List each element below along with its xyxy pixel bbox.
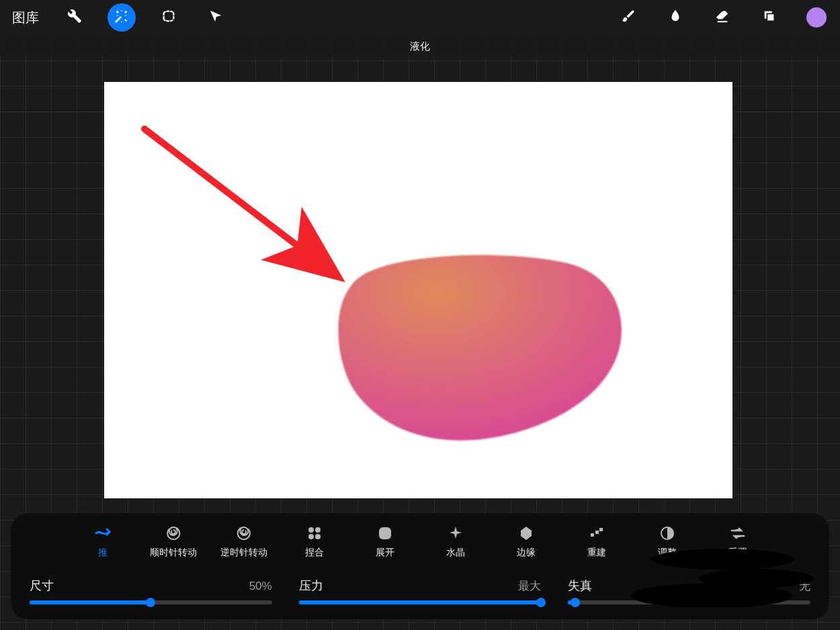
mode-title: 液化	[0, 35, 840, 58]
svg-point-3	[308, 534, 314, 539]
slider-name: 压力	[299, 578, 323, 594]
layers-icon	[762, 9, 777, 26]
spiral-cw-icon	[165, 525, 181, 541]
slider-pressure[interactable]: 压力 最大	[299, 578, 542, 604]
svg-point-1	[308, 527, 314, 533]
svg-rect-5	[379, 527, 391, 539]
layers-button[interactable]	[755, 3, 784, 32]
slider-value: 无	[799, 578, 810, 594]
svg-point-2	[315, 527, 321, 533]
liquify-tool-twirl-ccw[interactable]: 逆时针转动	[208, 525, 279, 559]
wrench-icon	[67, 9, 82, 26]
edge-icon	[518, 525, 534, 541]
color-button[interactable]	[802, 3, 831, 32]
adjust-icon	[659, 525, 675, 541]
liquify-tool-crystal[interactable]: 水晶	[420, 525, 491, 559]
svg-rect-7	[595, 531, 599, 534]
slider-name: 失真	[568, 578, 592, 594]
liquify-tool-twirl-cw[interactable]: 顺时针转动	[138, 525, 208, 559]
push-icon	[95, 525, 111, 541]
liquify-tool-push[interactable]: 推	[67, 525, 138, 559]
eraser-button[interactable]	[708, 3, 737, 32]
brush-button[interactable]	[614, 3, 642, 32]
tool-label: 边缘	[517, 547, 536, 559]
slider-track[interactable]	[30, 600, 272, 604]
slider-value: 50%	[249, 580, 272, 593]
canvas-artwork	[104, 82, 732, 498]
liquify-tool-reset[interactable]: 重置	[702, 525, 773, 559]
selection-button[interactable]	[155, 3, 183, 32]
spiral-ccw-icon	[236, 525, 252, 541]
settings-button[interactable]	[60, 3, 89, 32]
eraser-icon	[715, 9, 730, 26]
liquify-tool-adjust[interactable]: 调整	[632, 525, 702, 559]
svg-rect-8	[599, 528, 603, 531]
color-swatch-icon	[806, 7, 827, 28]
slider-track[interactable]	[299, 600, 542, 604]
tool-label: 顺时针转动	[150, 547, 197, 559]
adjustments-button[interactable]	[108, 3, 136, 32]
slider-track[interactable]	[568, 600, 810, 604]
liquify-tool-rebuild[interactable]: 重建	[561, 525, 632, 559]
tool-label: 调整	[658, 547, 677, 559]
liquify-tool-pinch[interactable]: 捏合	[279, 525, 349, 559]
liquify-tool-edge[interactable]: 边缘	[491, 525, 561, 559]
tool-label: 推	[98, 547, 108, 559]
rebuild-icon	[589, 525, 605, 541]
svg-point-4	[315, 534, 321, 539]
canvas[interactable]	[104, 82, 732, 498]
tool-label: 重置	[728, 547, 747, 559]
gallery-button[interactable]: 图库	[0, 9, 51, 27]
cursor-icon	[208, 9, 223, 26]
svg-rect-6	[591, 533, 594, 537]
liquify-tool-row: 推 顺时针转动 逆时针转动 捏合 展开	[27, 525, 813, 559]
liquify-tool-expand[interactable]: 展开	[349, 525, 420, 559]
liquify-panel: 推 顺时针转动 逆时针转动 捏合 展开	[11, 513, 829, 619]
slider-value: 最大	[518, 578, 541, 594]
tool-label: 捏合	[305, 547, 324, 559]
expand-icon	[377, 525, 393, 541]
tool-label: 展开	[376, 547, 394, 559]
crystal-icon	[448, 525, 464, 541]
smudge-button[interactable]	[661, 3, 689, 32]
top-toolbar: 图库	[0, 0, 840, 35]
pinch-icon	[306, 525, 323, 541]
slider-name: 尺寸	[30, 578, 54, 594]
wand-icon	[114, 9, 129, 26]
tool-label: 逆时针转动	[220, 547, 267, 559]
slider-distortion[interactable]: 失真 无	[568, 578, 810, 604]
tool-label: 水晶	[446, 547, 465, 559]
smudge-icon	[668, 9, 683, 26]
selection-icon	[161, 9, 176, 26]
transform-button[interactable]	[202, 3, 230, 32]
tool-label: 重建	[587, 547, 606, 559]
brush-icon	[621, 9, 636, 26]
reset-icon	[730, 525, 746, 541]
slider-size[interactable]: 尺寸 50%	[30, 578, 272, 604]
